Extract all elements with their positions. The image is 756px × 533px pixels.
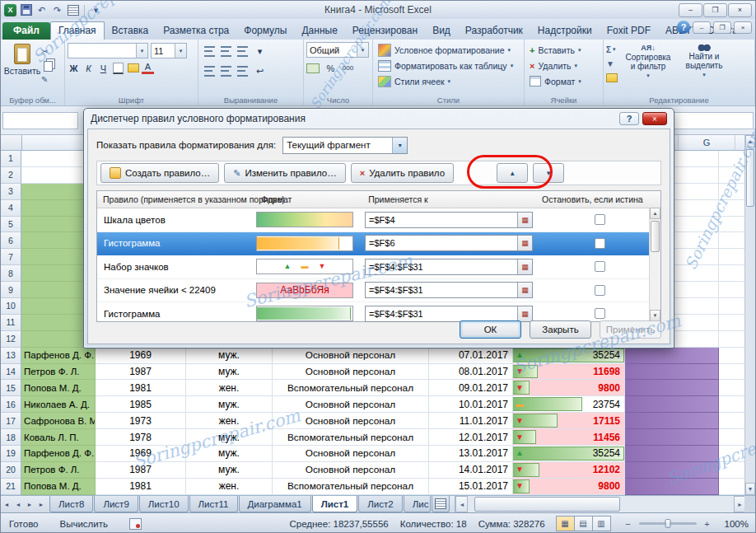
rule-row[interactable]: Гистограмма=$F$6▦: [97, 232, 660, 256]
row-header[interactable]: 15: [1, 380, 21, 396]
font-name-combobox[interactable]: ▾: [68, 43, 148, 58]
row-header[interactable]: 18: [1, 429, 21, 446]
sheet-tab-лист10[interactable]: Лист10: [139, 496, 189, 512]
next-sheet-icon[interactable]: ►: [24, 496, 35, 512]
clear-button[interactable]: [606, 72, 618, 83]
cell-value[interactable]: ▼9800: [513, 479, 625, 495]
applies-to-field[interactable]: =$F$4▦: [365, 212, 533, 228]
ribbon-tab-главная[interactable]: Главная: [50, 21, 105, 40]
cell-date[interactable]: 14.01.2017: [429, 462, 513, 479]
stop-if-true-checkbox[interactable]: [595, 261, 605, 272]
cell-sex[interactable]: муж.: [186, 348, 273, 364]
zoom-level[interactable]: 100%: [725, 519, 749, 529]
row-header[interactable]: 9: [1, 282, 21, 298]
applies-to-field[interactable]: =$F$4:$F$31▦: [365, 306, 533, 322]
cell-empty[interactable]: [719, 462, 746, 479]
format-painter-icon[interactable]: ✎: [41, 73, 53, 85]
edit-rule-button[interactable]: ✎ Изменить правило…: [224, 163, 346, 183]
cell-year[interactable]: 1969: [96, 446, 186, 462]
row-header[interactable]: 5: [1, 217, 21, 233]
row-header[interactable]: 13: [1, 348, 21, 364]
clipboard-group-label[interactable]: Буфер обм...: [1, 96, 64, 105]
align-top-icon[interactable]: [204, 46, 215, 57]
cell-date[interactable]: 07.01.2017: [429, 348, 513, 364]
scroll-down-icon[interactable]: ▼: [745, 483, 755, 495]
normal-view-button[interactable]: ▦: [556, 516, 575, 531]
rules-scroll-thumb[interactable]: [651, 221, 660, 252]
styles-group-label[interactable]: Стили: [373, 96, 524, 105]
rule-row[interactable]: Шкала цветов=$F$4▦: [97, 208, 660, 232]
sheet-tab-лист2[interactable]: Лист2: [358, 496, 402, 512]
cell-value[interactable]: ▼12102: [513, 462, 625, 479]
alignment-group-label[interactable]: Выравнивание: [198, 96, 303, 105]
cell-name[interactable]: Парфенов Д. Ф.: [21, 348, 96, 364]
applies-to-field[interactable]: =$F$4:$F$31▦: [365, 282, 533, 298]
cell-name[interactable]: Петров Ф. Л.: [21, 364, 96, 381]
cell[interactable]: [719, 184, 746, 200]
cell-name[interactable]: Сафронова В. М.: [21, 413, 96, 429]
bold-button[interactable]: Ж: [68, 62, 80, 74]
cell-sex[interactable]: муж.: [186, 429, 273, 446]
name-box[interactable]: [2, 112, 78, 129]
cell[interactable]: [719, 167, 746, 184]
cell-year[interactable]: 1987: [96, 462, 186, 479]
fill-color-button[interactable]: [127, 62, 139, 74]
row-header[interactable]: 21: [1, 479, 21, 495]
align-center-icon[interactable]: [221, 66, 231, 77]
cell-empty[interactable]: [719, 413, 746, 429]
row-header[interactable]: 17: [1, 413, 21, 429]
zoom-out-icon[interactable]: −: [623, 518, 634, 530]
italic-button[interactable]: К: [82, 62, 95, 74]
rules-scroll-down-icon[interactable]: ▼: [650, 310, 660, 321]
cell-sex[interactable]: жен.: [186, 380, 273, 396]
help-icon[interactable]: ?: [677, 21, 690, 34]
cell[interactable]: [719, 200, 746, 217]
cell-name[interactable]: Попова М. Д.: [21, 380, 96, 396]
cell-styles-button[interactable]: Стили ячеек ▾: [376, 73, 521, 89]
cell-sex[interactable]: муж.: [186, 396, 273, 413]
conditional-formatting-button[interactable]: Условное форматирование ▾: [376, 42, 521, 58]
ribbon-tab-foxit-pdf[interactable]: Foxit PDF: [600, 22, 658, 40]
cell-name[interactable]: Парфенов Д. Ф.: [21, 446, 96, 462]
scope-combobox[interactable]: Текущий фрагмент ▼: [282, 137, 408, 154]
ribbon-tab-file[interactable]: Файл: [2, 22, 50, 40]
cell-date[interactable]: 13.01.2017: [429, 446, 513, 462]
font-name-dropdown-icon[interactable]: ▾: [136, 44, 147, 58]
row-header[interactable]: 1: [1, 151, 21, 167]
delete-rule-button[interactable]: × Удалить правило: [351, 163, 454, 183]
cell-date[interactable]: 15.01.2017: [429, 479, 513, 495]
cell-date[interactable]: 11.01.2017: [429, 413, 513, 429]
cell-empty[interactable]: [719, 479, 746, 495]
scope-dropdown-icon[interactable]: ▼: [392, 138, 407, 153]
minimize-button[interactable]: –: [679, 3, 702, 17]
cell[interactable]: [719, 331, 746, 348]
cell-date[interactable]: 10.01.2017: [429, 396, 513, 413]
workbook-restore-button[interactable]: ❐: [713, 21, 731, 34]
percent-icon[interactable]: %: [324, 62, 337, 74]
cell-sex[interactable]: муж.: [186, 462, 273, 479]
thousands-icon[interactable]: 000: [342, 62, 354, 74]
currency-icon[interactable]: [306, 63, 320, 73]
sheet-tab-лист1[interactable]: Лист1: [312, 496, 358, 512]
rules-scroll-up-icon[interactable]: ▲: [650, 208, 660, 219]
cell[interactable]: [719, 232, 746, 249]
copy-icon[interactable]: [41, 59, 53, 71]
cell-value[interactable]: ▼11698: [513, 364, 625, 381]
cell-dept[interactable]: Вспомогательный персонал: [273, 429, 429, 446]
dialog-title-bar[interactable]: Диспетчер правил условного форматировани…: [84, 109, 674, 129]
cell[interactable]: [719, 151, 746, 167]
cell-purple[interactable]: [625, 413, 719, 429]
fill-button[interactable]: ▼: [606, 58, 618, 69]
row-header[interactable]: 8: [1, 265, 21, 282]
ribbon-tab-надстройки[interactable]: Надстройки: [530, 22, 600, 40]
select-all-corner[interactable]: [1, 135, 22, 150]
cell-year[interactable]: 1978: [96, 429, 186, 446]
row-header[interactable]: 7: [1, 249, 21, 265]
cell-date[interactable]: 08.01.2017: [429, 364, 513, 381]
page-layout-view-button[interactable]: ▤: [574, 516, 593, 531]
cell-name[interactable]: Попова М. Д.: [21, 479, 96, 495]
cell-purple[interactable]: [625, 479, 719, 495]
cell-purple[interactable]: [625, 364, 719, 381]
stop-if-true-checkbox[interactable]: [595, 285, 605, 296]
row-header[interactable]: 19: [1, 446, 21, 462]
